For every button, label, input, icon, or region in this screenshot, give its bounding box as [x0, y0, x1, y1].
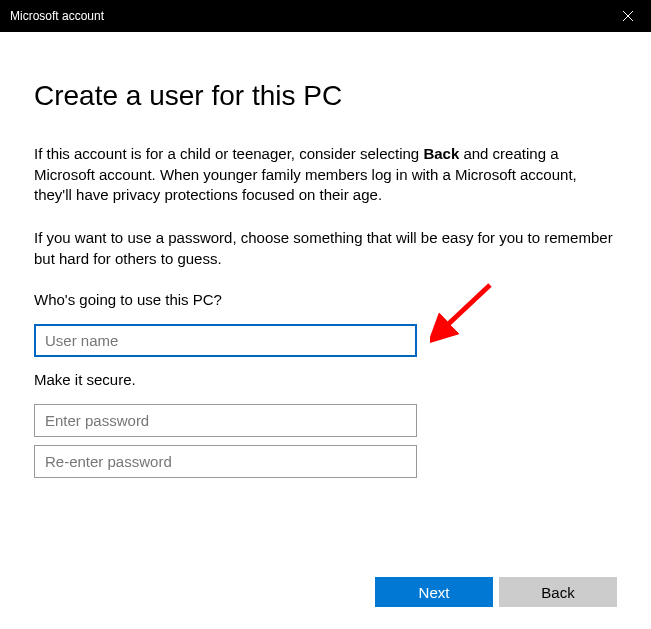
para1-a: If this account is for a child or teenag…: [34, 145, 423, 162]
dialog-content: Create a user for this PC If this accoun…: [0, 32, 651, 478]
close-button[interactable]: [605, 0, 651, 32]
para1-bold: Back: [423, 145, 459, 162]
secure-label: Make it secure.: [34, 371, 617, 388]
footer-buttons: Next Back: [375, 577, 617, 607]
close-icon: [623, 11, 633, 21]
password-input[interactable]: [34, 404, 417, 437]
intro-paragraph-2: If you want to use a password, choose so…: [34, 228, 617, 269]
reenter-password-input[interactable]: [34, 445, 417, 478]
next-button[interactable]: Next: [375, 577, 493, 607]
intro-paragraph-1: If this account is for a child or teenag…: [34, 144, 617, 206]
back-button[interactable]: Back: [499, 577, 617, 607]
titlebar: Microsoft account: [0, 0, 651, 32]
password-group: [34, 404, 617, 478]
username-input[interactable]: [34, 324, 417, 357]
who-label: Who's going to use this PC?: [34, 291, 617, 308]
titlebar-title: Microsoft account: [10, 9, 104, 23]
page-title: Create a user for this PC: [34, 80, 617, 112]
